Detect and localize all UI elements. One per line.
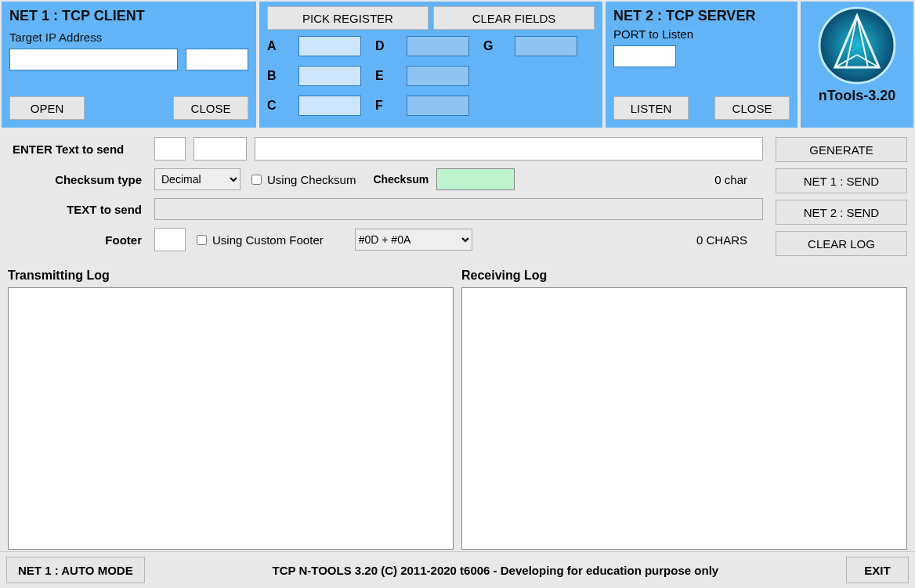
copyright-text: TCP N-TOOLS 3.20 (C) 2011-2020 t6006 - D… (153, 564, 838, 577)
net1-panel: NET 1 : TCP CLIENT Target IP Address OPE… (2, 2, 256, 128)
net2-port-label: PORT to Listen (613, 27, 790, 41)
net2-panel: NET 2 : TCP SERVER PORT to Listen LISTEN… (606, 2, 797, 128)
net1-open-button[interactable]: OPEN (9, 96, 85, 120)
reg-a-input[interactable] (298, 36, 361, 56)
rx-log-title: Receiving Log (461, 269, 907, 283)
using-footer-checkbox[interactable]: Using Custom Footer (193, 233, 324, 247)
pick-register-button[interactable]: PICK REGISTER (267, 6, 429, 30)
net1-ip-input[interactable] (9, 49, 178, 70)
using-checksum-checkbox[interactable]: Using Checksum (248, 172, 356, 187)
text-to-send-display (154, 198, 763, 220)
prefix2-input[interactable] (193, 137, 247, 161)
checksum-type-label: Checksum type (9, 173, 146, 186)
app-logo-icon (818, 6, 896, 85)
exit-button[interactable]: EXIT (846, 557, 909, 583)
enter-text-input[interactable] (255, 137, 763, 161)
text-to-send-label: TEXT to send (9, 203, 146, 216)
tx-log-title: Transmitting Log (8, 269, 454, 283)
net2-listen-button[interactable]: LISTEN (613, 96, 689, 120)
char-count: 0 char (714, 173, 763, 186)
app-title: nTools-3.20 (819, 88, 896, 104)
footer-input[interactable] (154, 228, 186, 251)
net2-port-input[interactable] (613, 45, 676, 67)
net1-ip-label: Target IP Address (9, 31, 248, 44)
footer-select[interactable]: #0D + #0A (355, 229, 472, 251)
generate-button[interactable]: GENERATE (776, 137, 907, 162)
reg-g-input[interactable] (515, 36, 577, 56)
checksum-type-select[interactable]: Decimal (154, 168, 241, 190)
rx-log-panel: Receiving Log (461, 269, 907, 550)
actions-panel: GENERATE NET 1 : SEND NET 2 : SEND CLEAR… (772, 131, 910, 262)
checksum-label: Checksum (373, 173, 429, 186)
net1-send-button[interactable]: NET 1 : SEND (776, 168, 907, 193)
checksum-input[interactable] (436, 168, 515, 190)
reg-e-label: E (375, 69, 392, 83)
net2-close-button[interactable]: CLOSE (714, 96, 790, 120)
tx-log-area[interactable] (8, 287, 454, 550)
reg-d-label: D (375, 39, 392, 53)
reg-e-input[interactable] (407, 66, 469, 86)
net2-send-button[interactable]: NET 2 : SEND (776, 200, 907, 225)
reg-d-input[interactable] (407, 36, 469, 56)
net1-port-input[interactable] (186, 49, 248, 70)
logo-panel: nTools-3.20 (801, 2, 913, 128)
status-bar: NET 1 : AUTO MODE TCP N-TOOLS 3.20 (C) 2… (0, 551, 915, 588)
clear-log-button[interactable]: CLEAR LOG (776, 231, 907, 256)
reg-f-input[interactable] (407, 96, 469, 116)
reg-b-label: B (267, 69, 284, 83)
net2-title: NET 2 : TCP SERVER (613, 8, 790, 24)
rx-log-area[interactable] (461, 287, 907, 550)
reg-c-input[interactable] (298, 96, 361, 116)
footer-label: Footer (9, 233, 146, 247)
net1-auto-mode-button[interactable]: NET 1 : AUTO MODE (6, 557, 145, 583)
send-form-panel: ENTER Text to send Checksum type Decimal… (5, 131, 768, 262)
reg-b-input[interactable] (298, 66, 361, 86)
tx-log-panel: Transmitting Log (8, 269, 454, 550)
reg-f-label: F (375, 99, 392, 113)
registers-panel: PICK REGISTER CLEAR FIELDS A D G B E C F (259, 2, 602, 128)
net1-close-button[interactable]: CLOSE (173, 96, 248, 120)
reg-c-label: C (267, 99, 284, 113)
net1-title: NET 1 : TCP CLIENT (9, 8, 248, 24)
reg-a-label: A (267, 39, 284, 53)
chars-count: 0 CHARS (696, 233, 763, 247)
prefix1-input[interactable] (154, 137, 186, 161)
reg-g-label: G (483, 39, 501, 53)
clear-fields-button[interactable]: CLEAR FIELDS (433, 6, 595, 30)
enter-text-label: ENTER Text to send (9, 142, 146, 156)
